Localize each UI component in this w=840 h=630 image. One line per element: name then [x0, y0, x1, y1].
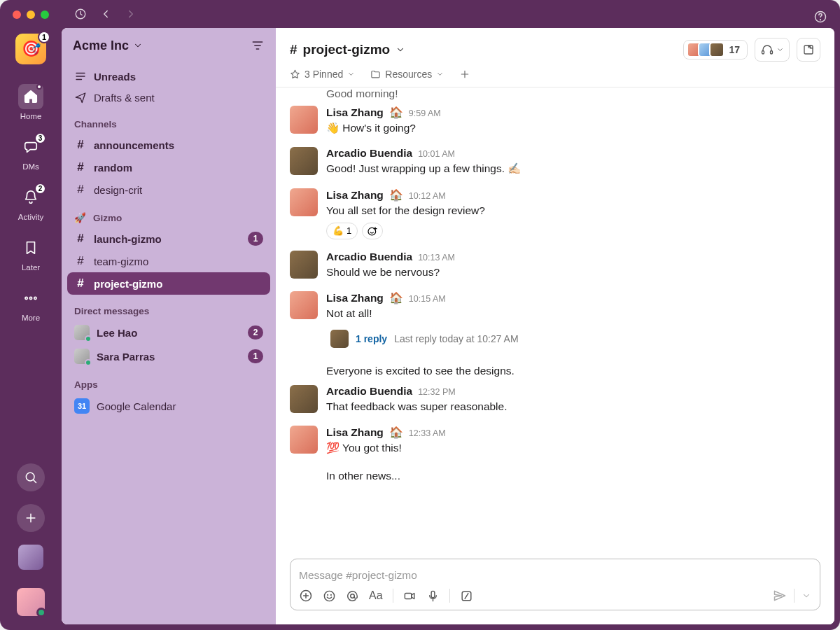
- send-button[interactable]: [773, 589, 787, 603]
- message-author[interactable]: Lisa Zhang: [326, 426, 384, 439]
- message-input[interactable]: [299, 566, 811, 589]
- message[interactable]: Arcadio Buendia12:32 PMThat feedback was…: [290, 379, 820, 420]
- video-button[interactable]: [403, 589, 416, 603]
- rail-activity[interactable]: 2 Activity: [0, 179, 62, 227]
- message-time: 12:32 PM: [418, 387, 456, 397]
- maximize-window[interactable]: [41, 10, 49, 19]
- close-window[interactable]: [13, 10, 21, 19]
- bookmark-icon: [23, 240, 38, 255]
- rail-more[interactable]: More: [0, 280, 62, 328]
- filter-icon[interactable]: [251, 38, 265, 52]
- dm-lee-hao[interactable]: Lee Hao2: [67, 321, 270, 344]
- send-options[interactable]: [802, 591, 811, 601]
- workspace-header[interactable]: Acme Inc: [62, 28, 276, 63]
- hash-icon: #: [74, 160, 87, 174]
- rail-dms[interactable]: 3 DMs: [0, 129, 62, 176]
- headphones-icon: [761, 43, 774, 56]
- channel-title[interactable]: # project-gizmo: [290, 42, 405, 57]
- svg-rect-15: [431, 591, 435, 598]
- message-author[interactable]: Lisa Zhang: [326, 189, 384, 202]
- message[interactable]: Lisa Zhang🏠9:59 AM👋 How's it going?: [290, 100, 820, 141]
- compose-button[interactable]: [17, 504, 45, 532]
- pinned-button[interactable]: 3 Pinned: [290, 69, 355, 80]
- secondary-avatar[interactable]: [18, 545, 43, 570]
- channels-header[interactable]: Channels: [67, 108, 270, 134]
- message-avatar[interactable]: [290, 251, 318, 279]
- rail-home[interactable]: Home: [0, 78, 62, 126]
- message-author[interactable]: Arcadio Buendia: [326, 251, 412, 263]
- more-icon: [23, 290, 38, 306]
- huddle-button[interactable]: [755, 38, 790, 62]
- user-avatar[interactable]: [17, 588, 45, 616]
- forward-icon[interactable]: [125, 8, 137, 20]
- dms-header[interactable]: Direct messages: [67, 295, 270, 321]
- message-author[interactable]: Lisa Zhang: [326, 106, 384, 119]
- message-avatar[interactable]: [290, 106, 318, 134]
- message-author[interactable]: Arcadio Buendia: [326, 147, 412, 160]
- message[interactable]: Lisa Zhang🏠12:33 AM💯 You got this!: [290, 420, 820, 461]
- channel-team-gizmo[interactable]: #team-gizmo: [67, 250, 270, 272]
- svg-point-2: [820, 20, 821, 20]
- apps-header[interactable]: Apps: [67, 368, 270, 394]
- svg-point-13: [351, 594, 355, 598]
- back-icon[interactable]: [99, 8, 112, 20]
- rail-dms-label: DMs: [22, 162, 39, 171]
- activity-badge: 2: [34, 183, 46, 195]
- sidebar-drafts[interactable]: Drafts & sent: [67, 87, 270, 108]
- attach-button[interactable]: [299, 589, 313, 603]
- app-google-calendar[interactable]: 31Google Calendar: [67, 394, 270, 418]
- message[interactable]: Arcadio Buendia10:13 AMShould we be nerv…: [290, 245, 820, 286]
- help-icon[interactable]: [813, 10, 827, 24]
- message-avatar[interactable]: [290, 188, 318, 216]
- resources-button[interactable]: Resources: [370, 69, 444, 80]
- sidebar-drafts-label: Drafts & sent: [94, 92, 155, 104]
- workspace-switcher[interactable]: 🎯 1: [15, 34, 46, 64]
- rail-more-label: More: [22, 314, 40, 322]
- format-button[interactable]: Aa: [369, 589, 383, 602]
- message-author[interactable]: Lisa Zhang: [326, 292, 384, 304]
- message-text: Everyone is excited to see the designs.: [290, 357, 820, 379]
- history-icon[interactable]: [74, 8, 87, 20]
- add-bookmark-button[interactable]: [459, 69, 470, 80]
- canvas-button[interactable]: [797, 38, 820, 62]
- reaction[interactable]: 💪 1: [326, 223, 358, 239]
- channel-random[interactable]: #random: [67, 156, 270, 178]
- emoji-button[interactable]: [323, 589, 336, 603]
- channel-launch-gizmo[interactable]: #launch-gizmo1: [67, 227, 270, 250]
- channel-announcements[interactable]: #announcements: [67, 134, 270, 156]
- add-reaction[interactable]: [362, 223, 383, 239]
- message-avatar[interactable]: [290, 291, 318, 319]
- shortcuts-button[interactable]: [460, 589, 473, 603]
- message[interactable]: Lisa Zhang🏠10:12 AMYou all set for the d…: [290, 183, 820, 245]
- message-author[interactable]: Arcadio Buendia: [326, 385, 412, 398]
- message-avatar[interactable]: [290, 385, 318, 413]
- message-avatar[interactable]: [290, 147, 318, 175]
- rail-later[interactable]: Later: [0, 230, 62, 277]
- message[interactable]: Arcadio Buendia10:01 AMGood! Just wrappi…: [290, 141, 820, 182]
- members-button[interactable]: 17: [683, 40, 748, 59]
- smile-icon: [323, 589, 336, 603]
- channel-project-gizmo[interactable]: #project-gizmo: [67, 272, 270, 295]
- dm-avatar: [74, 325, 90, 340]
- message-avatar[interactable]: [290, 426, 318, 454]
- audio-button[interactable]: [426, 589, 440, 603]
- main-panel: # project-gizmo 17: [276, 28, 834, 624]
- gizmo-header[interactable]: 🚀Gizmo: [67, 201, 270, 227]
- message-list[interactable]: Good morning! Lisa Zhang🏠9:59 AM👋 How's …: [276, 88, 834, 559]
- window-controls[interactable]: [13, 10, 49, 19]
- message-time: 10:15 AM: [409, 294, 446, 304]
- message-composer[interactable]: Aa: [290, 559, 820, 610]
- dm-sara-parras[interactable]: Sara Parras1: [67, 344, 270, 368]
- message-text: 👋 How's it going?: [326, 120, 820, 136]
- at-icon: [346, 589, 359, 603]
- channel-design-crit[interactable]: #design-crit: [67, 178, 270, 201]
- thread-link[interactable]: 1 replyLast reply today at 10:27 AM: [326, 327, 820, 351]
- search-button[interactable]: [17, 463, 45, 491]
- hash-icon: #: [74, 232, 87, 246]
- minimize-window[interactable]: [27, 10, 35, 19]
- message[interactable]: Lisa Zhang🏠10:15 AMNot at all!1 replyLas…: [290, 286, 820, 356]
- channel-label: team-gizmo: [94, 255, 148, 267]
- message-time: 9:59 AM: [409, 108, 441, 118]
- mention-button[interactable]: [346, 589, 359, 603]
- sidebar-unreads[interactable]: Unreads: [67, 66, 270, 87]
